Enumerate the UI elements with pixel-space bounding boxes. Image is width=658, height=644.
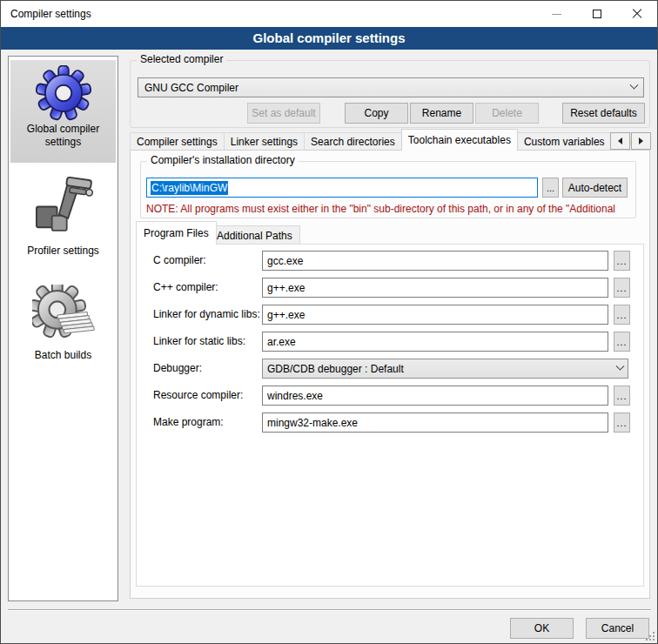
- form-row: Make program: mingw32-make.exe ...: [137, 413, 643, 433]
- subtab-program-files[interactable]: Program Files: [136, 221, 217, 245]
- form-row: Linker for dynamic libs: g++.exe ...: [137, 305, 643, 325]
- page-title: Global compiler settings: [1, 27, 657, 50]
- browse-button[interactable]: ...: [614, 332, 630, 352]
- compiler-select-value: GNU GCC Compiler: [144, 82, 238, 94]
- installation-directory-input[interactable]: C:\raylib\MinGW: [146, 178, 538, 198]
- field-label: Resource compiler:: [153, 389, 243, 401]
- footer-separator: [8, 609, 651, 611]
- delete-button[interactable]: Delete: [475, 103, 539, 124]
- toolchain-executables-page: Compiler's installation directory C:\ray…: [130, 150, 650, 599]
- form-row: Resource compiler: windres.exe ...: [137, 386, 643, 406]
- caliper-icon: [31, 173, 96, 243]
- form-row: Linker for static libs: ar.exe ...: [137, 332, 643, 352]
- sidebar-item-profiler-settings[interactable]: Profiler settings: [10, 168, 116, 258]
- subtab-additional-paths[interactable]: Additional Paths: [209, 225, 300, 245]
- tab-linker-settings[interactable]: Linker settings: [224, 132, 305, 151]
- window-title: Compiler settings: [10, 8, 91, 20]
- selected-text: C:\raylib\MinGW: [151, 181, 228, 195]
- auto-detect-button[interactable]: Auto-detect: [562, 178, 628, 198]
- debugger-select[interactable]: GDB/CDB debugger : Default: [262, 359, 628, 379]
- browse-button[interactable]: ...: [614, 386, 630, 406]
- reset-defaults-button[interactable]: Reset defaults: [562, 103, 645, 124]
- browse-button[interactable]: ...: [614, 305, 630, 325]
- close-button[interactable]: [617, 2, 656, 26]
- blue-gear-icon: [36, 65, 91, 121]
- arrow-right-icon: [639, 138, 643, 144]
- browse-button[interactable]: ...: [614, 413, 630, 433]
- field-label: Linker for static libs:: [153, 335, 245, 347]
- minimize-icon: [552, 14, 561, 15]
- c-compiler-input[interactable]: gcc.exe: [262, 251, 608, 271]
- directory-browse-button[interactable]: ...: [542, 178, 559, 198]
- group-label: Selected compiler: [137, 53, 226, 65]
- minimize-button[interactable]: [537, 2, 576, 26]
- field-label: C compiler:: [153, 254, 206, 266]
- resize-grip-icon[interactable]: [646, 632, 655, 641]
- make-program-input[interactable]: mingw32-make.exe: [262, 413, 608, 433]
- cpp-compiler-input[interactable]: g++.exe: [262, 278, 608, 298]
- title-bar[interactable]: Compiler settings: [1, 1, 657, 27]
- note-text: NOTE: All programs must exist either in …: [146, 203, 635, 215]
- compiler-settings-dialog: Compiler settings Global compiler settin…: [0, 0, 658, 644]
- ok-button[interactable]: OK: [510, 618, 574, 639]
- sidebar-item-global-compiler-settings[interactable]: Global compiler settings: [10, 60, 116, 163]
- set-as-default-button[interactable]: Set as default: [247, 103, 320, 124]
- group-label: Compiler's installation directory: [147, 154, 299, 166]
- gray-gear-papers-icon: [32, 285, 95, 347]
- chevron-down-icon: [630, 81, 639, 90]
- tab-toolchain-executables[interactable]: Toolchain executables: [401, 129, 518, 151]
- browse-button[interactable]: ...: [614, 251, 630, 271]
- field-label: Linker for dynamic libs:: [153, 308, 260, 320]
- copy-button[interactable]: Copy: [345, 103, 408, 124]
- program-files-panel: C compiler: gcc.exe ... C++ compiler: g+…: [136, 244, 644, 587]
- settings-category-list: Global compiler settings Profiler settin…: [8, 56, 118, 601]
- tab-scroll-left-button[interactable]: [610, 132, 630, 150]
- tab-compiler-settings[interactable]: Compiler settings: [130, 132, 225, 151]
- field-label: Make program:: [153, 416, 224, 428]
- tab-scroll-right-button[interactable]: [631, 132, 651, 150]
- browse-button[interactable]: ...: [614, 278, 630, 298]
- form-row: C++ compiler: g++.exe ...: [137, 278, 643, 298]
- compiler-select[interactable]: GNU GCC Compiler: [138, 77, 644, 97]
- rename-button[interactable]: Rename: [410, 103, 473, 124]
- sidebar-item-label: Profiler settings: [10, 245, 116, 261]
- field-label: C++ compiler:: [153, 281, 218, 293]
- static-linker-input[interactable]: ar.exe: [262, 332, 608, 352]
- cancel-button[interactable]: Cancel: [586, 618, 649, 639]
- sidebar-item-label: Global compiler settings: [10, 123, 116, 152]
- chevron-down-icon: [616, 362, 625, 371]
- tab-custom-variables[interactable]: Custom variables: [517, 132, 612, 151]
- field-label: Debugger:: [153, 362, 202, 374]
- sidebar-item-batch-builds[interactable]: Batch builds: [10, 279, 116, 366]
- form-row: C compiler: gcc.exe ...: [137, 251, 643, 271]
- tab-search-directories[interactable]: Search directories: [304, 132, 402, 151]
- maximize-button[interactable]: [577, 2, 616, 26]
- arrow-left-icon: [618, 138, 622, 144]
- settings-tabs: Compiler settings Linker settings Search…: [130, 129, 652, 151]
- dynamic-linker-input[interactable]: g++.exe: [262, 305, 608, 325]
- maximize-icon: [593, 10, 601, 18]
- close-icon: [632, 9, 642, 19]
- sidebar-item-label: Batch builds: [10, 349, 116, 366]
- form-row: Debugger: GDB/CDB debugger : Default: [137, 359, 643, 379]
- resource-compiler-input[interactable]: windres.exe: [262, 386, 608, 406]
